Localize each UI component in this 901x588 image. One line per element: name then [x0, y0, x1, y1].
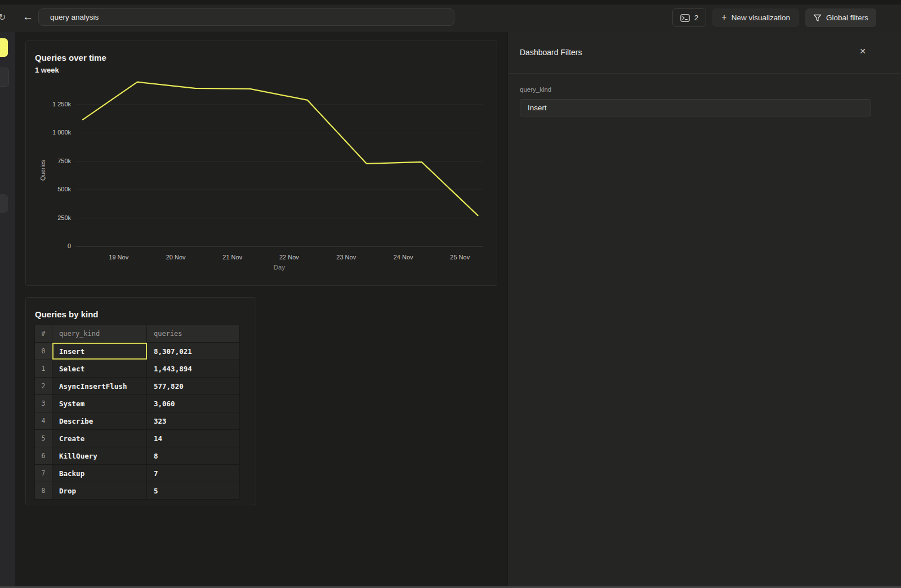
chart-title: Queries over time [35, 53, 106, 62]
panel-divider [508, 73, 901, 74]
table-cell[interactable]: 1,443,894 [147, 360, 240, 377]
new-visualization-button[interactable]: + New visualization [712, 8, 799, 27]
chart-subtitle: 1 week [35, 66, 59, 74]
table-cell[interactable]: AsyncInsertFlush [52, 378, 147, 394]
table-cell[interactable]: System [52, 395, 147, 412]
funnel-icon [813, 14, 822, 22]
table-row: 4Describe323 [34, 412, 240, 430]
table-cell[interactable]: Select [52, 360, 147, 377]
table-cell[interactable]: KillQuery [52, 447, 147, 464]
rail-item-active[interactable] [0, 38, 8, 57]
x-tick-label: 20 Nov [158, 254, 194, 261]
table-row-index: 7 [34, 465, 52, 482]
y-tick-label: 250k [37, 214, 71, 221]
table-cell[interactable]: Backup [52, 465, 147, 482]
filters-panel-title: Dashboard Filters [520, 48, 582, 57]
table-cell[interactable]: 7 [147, 465, 240, 482]
table-row: 6KillQuery8 [34, 447, 240, 465]
filter-field-label: query_kind [520, 86, 551, 93]
table-header-cell: query_kind [52, 325, 147, 342]
table-header-cell: # [34, 325, 52, 342]
table-row: 2AsyncInsertFlush577,820 [34, 378, 240, 395]
table-row: 1Select1,443,894 [34, 360, 240, 378]
x-tick-label: 19 Nov [101, 254, 137, 261]
table-row-index: 2 [34, 378, 52, 394]
y-tick-label: 1 000k [37, 129, 71, 136]
close-icon[interactable]: ✕ [859, 47, 866, 56]
left-rail [0, 32, 16, 588]
x-tick-label: 22 Nov [271, 254, 307, 261]
table-row-index: 5 [34, 430, 52, 447]
y-tick-label: 1 250k [37, 101, 71, 107]
y-tick-label: 750k [37, 158, 71, 164]
x-tick-label: 24 Nov [385, 254, 421, 261]
table-row: 3System3,060 [34, 395, 240, 412]
y-tick-label: 0 [37, 243, 71, 249]
table-cell[interactable]: 8 [147, 447, 240, 464]
table-row-index: 3 [34, 395, 52, 412]
table-header-cell: queries [147, 325, 240, 342]
query-tabs-count-button[interactable]: 2 [672, 8, 707, 27]
global-filters-button[interactable]: Global filters [805, 8, 876, 27]
queries-over-time-card: Queries over time 1 week Queries 0250k50… [25, 41, 497, 286]
table-row-index: 1 [34, 360, 52, 377]
tab-count-label: 2 [694, 14, 699, 22]
results-table: #query_kindqueries0Insert8,307,0211Selec… [34, 325, 240, 500]
queries-by-kind-card: Queries by kind #query_kindqueries0Inser… [25, 297, 256, 505]
table-row: 8Drop5 [34, 482, 240, 500]
rail-item-2[interactable] [0, 68, 9, 87]
new-visualization-label: New visualization [731, 14, 790, 22]
console-window-icon [680, 14, 690, 22]
queries-line-chart [75, 79, 483, 249]
y-tick-label: 500k [37, 186, 71, 192]
y-axis-title: Queries [39, 125, 46, 216]
table-row-index: 4 [34, 412, 52, 429]
table-cell[interactable]: 577,820 [147, 378, 240, 394]
table-cell[interactable]: Insert [52, 343, 147, 360]
x-tick-label: 21 Nov [215, 254, 251, 261]
table-row-index: 8 [34, 482, 52, 499]
x-tick-label: 23 Nov [328, 254, 364, 261]
dashboard-title-input[interactable] [38, 8, 454, 26]
global-filters-label: Global filters [826, 14, 868, 22]
table-cell[interactable]: Describe [52, 412, 147, 429]
x-axis-title: Day [75, 264, 483, 271]
series-queries-line [82, 82, 478, 216]
table-row-index: 0 [34, 343, 52, 360]
table-cell[interactable]: 3,060 [147, 395, 240, 412]
table-row: 5Create14 [34, 430, 240, 447]
top-bar: ↻ ← 2 + New visualization Global fi [0, 5, 901, 33]
table-cell[interactable]: Drop [52, 482, 147, 499]
window-top-strip [0, 0, 901, 5]
table-cell[interactable]: 8,307,021 [147, 343, 240, 360]
table-title: Queries by kind [35, 309, 99, 319]
table-cell[interactable]: 5 [147, 482, 240, 499]
plus-icon: + [721, 12, 726, 23]
table-row: 0Insert8,307,021 [34, 343, 240, 360]
table-header-row: #query_kindqueries [34, 325, 240, 343]
table-cell[interactable]: Create [52, 430, 147, 447]
rail-item-3[interactable] [0, 194, 8, 213]
refresh-icon[interactable]: ↻ [0, 12, 6, 23]
query-kind-filter-input[interactable] [520, 99, 871, 116]
x-tick-label: 25 Nov [442, 254, 478, 261]
back-arrow-icon[interactable]: ← [23, 11, 33, 23]
table-row-index: 6 [34, 447, 52, 464]
dashboard-canvas: Queries over time 1 week Queries 0250k50… [15, 32, 507, 587]
dashboard-filters-panel: Dashboard Filters ✕ query_kind [507, 32, 901, 588]
table-cell[interactable]: 323 [147, 412, 240, 429]
header-actions: 2 + New visualization Global filters [672, 8, 876, 27]
table-cell[interactable]: 14 [147, 430, 240, 447]
table-row: 7Backup7 [34, 465, 240, 482]
